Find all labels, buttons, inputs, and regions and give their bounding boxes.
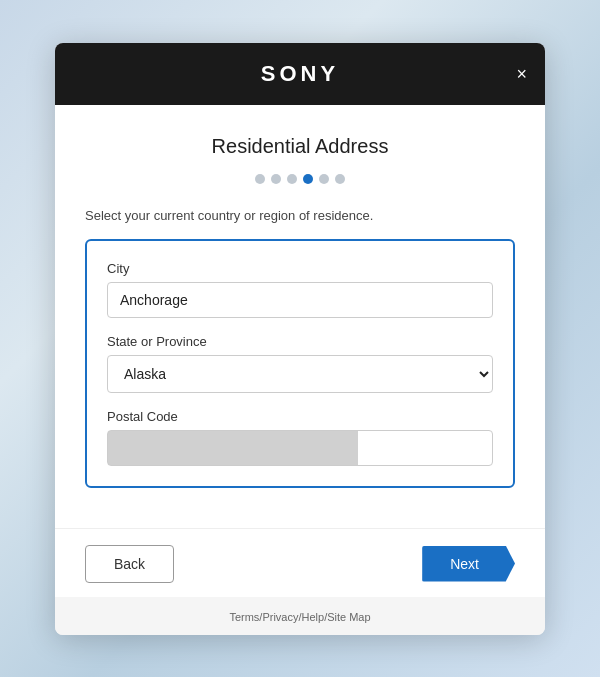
sony-logo: SONY [261,61,339,87]
step-indicators [85,174,515,184]
postal-field-group: Postal Code [107,409,493,466]
step-dot-3 [287,174,297,184]
state-label: State or Province [107,334,493,349]
modal-header: SONY × [55,43,545,105]
instruction-text: Select your current country or region of… [85,208,515,223]
step-dot-4 [303,174,313,184]
postal-input[interactable] [107,430,493,466]
city-field-group: City [107,261,493,318]
postal-label: Postal Code [107,409,493,424]
next-button[interactable]: Next [422,546,515,582]
footer-links: Terms/Privacy/Help/Site Map [55,597,545,635]
address-card: City State or Province Alaska Alabama Ar… [85,239,515,488]
page-title: Residential Address [85,135,515,158]
city-label: City [107,261,493,276]
modal-footer: Back Next [55,528,545,597]
modal-body: Residential Address Select your current … [55,105,545,528]
city-input[interactable] [107,282,493,318]
state-select[interactable]: Alaska Alabama Arizona California Colora… [107,355,493,393]
state-field-group: State or Province Alaska Alabama Arizona… [107,334,493,393]
back-button[interactable]: Back [85,545,174,583]
modal-container: SONY × Residential Address Select your c… [55,43,545,635]
footer-links-text: Terms/Privacy/Help/Site Map [229,611,370,623]
step-dot-2 [271,174,281,184]
step-dot-1 [255,174,265,184]
close-button[interactable]: × [516,65,527,83]
step-dot-6 [335,174,345,184]
step-dot-5 [319,174,329,184]
